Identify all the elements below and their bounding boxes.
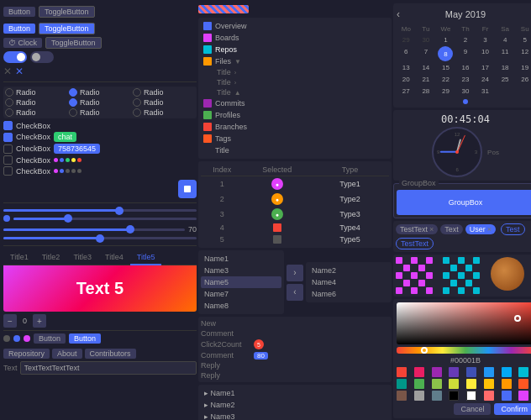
cal-day-1[interactable]: 1 — [436, 34, 455, 45]
cal-day-12[interactable]: 12 — [515, 46, 531, 61]
toggle-button-1[interactable]: ToggleButton — [39, 6, 95, 18]
slider-2[interactable] — [13, 218, 197, 220]
table-row-1[interactable]: 1 ● Type1 — [201, 176, 389, 192]
radio-item-7[interactable]: Radio — [5, 108, 67, 117]
transfer-right-2[interactable]: Name4 — [308, 276, 389, 288]
table-row-2[interactable]: 2 ● Type2 — [201, 192, 389, 207]
hue-thumb[interactable] — [421, 347, 428, 354]
cal-day-22[interactable]: 22 — [436, 74, 455, 85]
table-row-5[interactable]: 5 Type5 — [201, 234, 389, 245]
radio-item-2[interactable]: Radio — [69, 88, 131, 97]
swatch-lime[interactable] — [449, 379, 459, 389]
slider-4[interactable] — [3, 237, 197, 239]
cal-day-27[interactable]: 27 — [397, 86, 416, 97]
cancel-button[interactable]: Cancel — [454, 403, 491, 415]
swatch-light-green[interactable] — [432, 379, 442, 389]
cal-day-18[interactable]: 18 — [496, 62, 515, 73]
slider-3[interactable] — [3, 228, 185, 231]
cal-day-24[interactable]: 24 — [476, 74, 495, 85]
transfer-left-5[interactable]: Name8 — [201, 300, 281, 312]
transfer-left-3[interactable]: Name5 — [201, 276, 281, 288]
cal-day-20[interactable]: 20 — [397, 74, 416, 85]
left-name-1[interactable]: ▸ Name1 — [201, 387, 389, 399]
table-row-4[interactable]: 4 Type4 — [201, 222, 389, 234]
tag-testtext[interactable]: TestText × — [396, 224, 438, 234]
transfer-right-3[interactable]: Name6 — [308, 288, 389, 300]
file-tree-title[interactable]: Title — [201, 144, 389, 156]
checkbox-2[interactable]: CheckBox chat — [3, 132, 197, 142]
button-primary[interactable]: Button — [3, 24, 35, 34]
cal-day-8-today[interactable]: 8 — [438, 46, 453, 61]
calendar-prev[interactable]: ‹ — [397, 8, 400, 20]
tab-3[interactable]: Title3 — [66, 250, 98, 265]
swatch-teal[interactable] — [397, 379, 407, 389]
togglebutton-button[interactable]: ToggleButton — [45, 37, 102, 49]
file-tree-overview[interactable]: Overview — [201, 20, 389, 32]
swatch-coral[interactable] — [484, 391, 494, 401]
file-tree-tags[interactable]: Tags — [201, 133, 389, 144]
swatch-purple[interactable] — [432, 367, 442, 377]
cal-day-11[interactable]: 11 — [496, 46, 515, 61]
cal-day-16[interactable]: 16 — [456, 62, 476, 73]
cal-day-4[interactable]: 4 — [496, 34, 515, 45]
checkbox-1[interactable]: CheckBox — [3, 121, 197, 130]
left-name-3[interactable]: ▸ Name3 — [201, 411, 389, 420]
color-selector-dot[interactable] — [514, 315, 521, 322]
swatch-deep-orange[interactable] — [518, 379, 528, 389]
radio-item-1[interactable]: Radio — [5, 88, 67, 97]
swatch-magenta[interactable] — [518, 391, 528, 401]
color-gradient[interactable] — [397, 302, 531, 344]
cal-day-13[interactable]: 13 — [397, 62, 416, 73]
hue-bar[interactable] — [397, 347, 531, 354]
tab-2[interactable]: Title2 — [35, 250, 67, 265]
tag-test[interactable]: Test — [501, 223, 525, 235]
file-tree-files[interactable]: Files ▼ — [201, 55, 389, 67]
cal-day-25[interactable]: 25 — [496, 74, 515, 85]
swatch-red[interactable] — [397, 367, 407, 377]
toggle-switch-on[interactable] — [3, 51, 27, 63]
swatch-deep-purple[interactable] — [449, 367, 459, 377]
color-tile[interactable] — [178, 180, 197, 198]
tag-text[interactable]: Text — [440, 224, 463, 234]
cal-day-6[interactable]: 6 — [397, 46, 416, 61]
swatch-black[interactable] — [449, 391, 459, 401]
radio-item-9[interactable]: Radio — [133, 108, 195, 117]
swatch-light-blue[interactable] — [502, 367, 512, 377]
swatch-grey[interactable] — [414, 391, 424, 401]
subitem-title-3[interactable]: Title ▲ — [214, 87, 389, 97]
clock-button[interactable]: ⏱ Clock — [3, 38, 42, 48]
checkbox-5[interactable]: CheckBox — [3, 166, 197, 176]
about-tab[interactable]: About — [52, 349, 82, 359]
cal-day-29[interactable]: 29 — [436, 86, 455, 97]
cal-day-10[interactable]: 10 — [476, 46, 495, 61]
cal-day-31[interactable]: 31 — [476, 86, 495, 97]
radio-item-4[interactable]: Radio — [5, 98, 67, 107]
cal-day-prev-1[interactable]: 29 — [397, 34, 416, 45]
bottom-button-1[interactable]: Button — [34, 333, 66, 344]
cal-day-28[interactable]: 28 — [417, 86, 436, 97]
tag-testtext-2[interactable]: TestText — [396, 238, 434, 249]
swatch-pink[interactable] — [414, 367, 424, 377]
swatch-accent-blue[interactable] — [502, 391, 512, 401]
tab-1[interactable]: Title1 — [3, 250, 35, 265]
cal-day-19[interactable]: 19 — [515, 62, 531, 73]
tag-close-user[interactable]: × — [487, 225, 492, 234]
cal-day-17[interactable]: 17 — [476, 62, 495, 73]
cal-day-14[interactable]: 14 — [417, 62, 436, 73]
subitem-title-1[interactable]: Title › — [214, 67, 389, 77]
cal-day-23[interactable]: 23 — [456, 74, 476, 85]
file-tree-profiles[interactable]: Profiles — [201, 109, 389, 121]
swatch-brown[interactable] — [397, 391, 407, 401]
cal-day-prev-2[interactable]: 30 — [417, 34, 436, 45]
transfer-right-btn[interactable]: › — [287, 265, 303, 281]
repository-tab[interactable]: Repository — [3, 349, 50, 359]
confirm-button[interactable]: Confirm — [494, 403, 531, 415]
slider-1[interactable] — [3, 209, 197, 212]
transfer-left-2[interactable]: Name3 — [201, 265, 281, 276]
radio-item-8[interactable]: Radio — [69, 108, 131, 117]
file-tree-commits[interactable]: Commits — [201, 97, 389, 109]
transfer-left-btn[interactable]: ‹ — [287, 284, 303, 301]
transfer-right-1[interactable]: Name2 — [308, 265, 389, 276]
stepper-decrement[interactable]: − — [3, 314, 17, 328]
swatch-white[interactable] — [466, 391, 476, 401]
